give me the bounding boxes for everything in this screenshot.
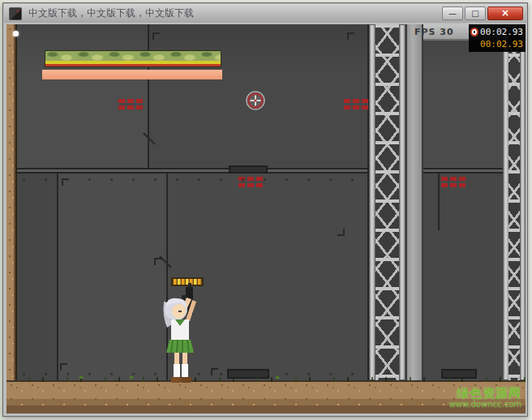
watermark: 绿色资源网 www.downcc.com [449,387,521,409]
fps-counter: FPS 30 [414,27,454,37]
timer-secondary: 00:02.93 [480,39,523,49]
panel-seam [148,24,149,168]
window-controls: — □ × [442,6,523,20]
corner-bracket [337,229,345,236]
panel-seam [438,174,440,230]
truss-rail [399,24,405,380]
corner-bracket [154,258,161,265]
truss-rail [369,24,375,380]
truss-rail [520,24,526,380]
grass-tuft [78,374,84,379]
truss-lattice [508,24,520,380]
panel-seam [57,174,58,380]
timer-primary: 00:02.93 [480,27,523,37]
minimize-button[interactable]: — [442,6,463,20]
game-window: 中文版下载，中文版下载，中文版下载 — □ × [2,2,528,417]
corner-bracket [152,32,160,40]
corner-bracket [347,32,354,40]
crosshair-cursor [245,90,266,111]
concrete-pillar [405,24,423,380]
fps-value: 30 [440,27,453,37]
rivet-row [23,178,359,181]
dirt-ground [6,380,526,414]
watermark-site-url: www.downcc.com [449,400,521,409]
panel-seam [423,168,503,174]
fps-label: FPS [414,27,436,37]
grass-tuft [128,374,135,379]
steel-truss-left [369,24,405,380]
truss-lattice [375,24,399,380]
red-vent [118,99,143,109]
grass-tuft [274,374,281,379]
window-icon [9,7,22,20]
close-button[interactable]: × [487,6,523,20]
health-bar-red-band [45,64,221,66]
white-particle [13,31,19,36]
grass-edge [17,377,526,382]
steel-truss-right [503,24,526,380]
titlebar[interactable]: 中文版下载，中文版下载，中文版下载 — □ × [4,4,526,23]
window-title: 中文版下载，中文版下载，中文版下载 [28,6,442,20]
watermark-site-name: 绿色资源网 [449,387,521,401]
panel-seam [17,168,367,174]
player-character [161,277,206,384]
corner-bracket [60,363,67,371]
maximize-button[interactable]: □ [465,6,486,20]
timer-panel: 00:02.93 00:02.93 [469,24,526,52]
health-bar-fill [45,51,221,61]
clock-icon [470,28,478,36]
wall-recess [229,165,268,174]
health-bar [45,50,221,67]
health-bar-secondary [42,70,222,79]
game-viewport[interactable]: FPS 30 00:02.93 00:02.93 绿色资源网 www.downc… [6,24,526,414]
red-vent [441,177,466,187]
wall-shading [6,24,526,414]
red-vent [344,99,368,109]
dirt-wall-left [6,24,17,414]
